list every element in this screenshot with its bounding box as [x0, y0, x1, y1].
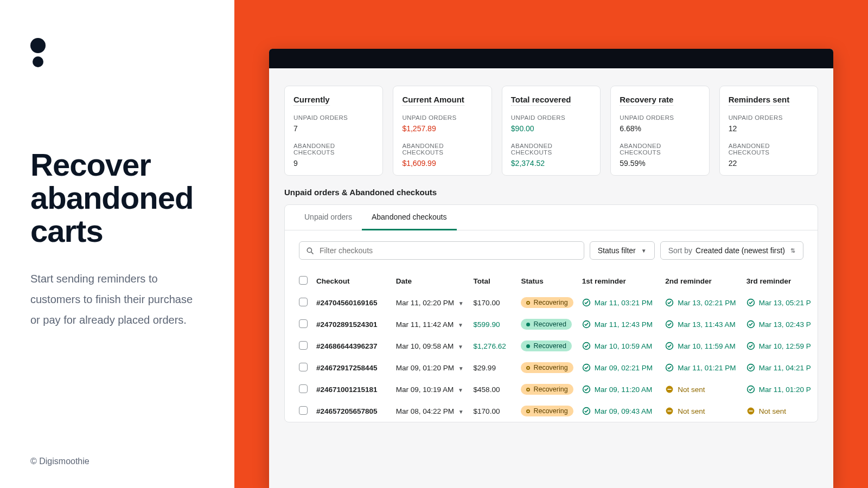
- col-checkout[interactable]: Checkout: [312, 271, 392, 292]
- stat-value-unpaid: 6.68%: [620, 124, 700, 133]
- row-checkbox[interactable]: [299, 319, 308, 328]
- cell-total: $1,276.62: [469, 335, 517, 357]
- check-circle-icon: [582, 342, 591, 350]
- status-badge-recovering: Recovering: [521, 297, 573, 308]
- status-badge-recovering: Recovering: [521, 384, 573, 395]
- cell-status: Recovering: [516, 357, 577, 378]
- reminder-sent: Mar 13, 05:21 P: [746, 298, 813, 307]
- stat-label-abandoned: ABANDONED CHECKOUTS: [293, 143, 374, 156]
- svg-rect-22: [749, 410, 752, 412]
- caret-down-icon: ▼: [458, 322, 463, 328]
- row-checkbox[interactable]: [299, 384, 308, 393]
- table-header-row: Checkout Date Total Status 1st reminder …: [285, 271, 818, 292]
- cell-status: Recovering: [516, 378, 577, 400]
- cell-date[interactable]: Mar 08, 04:22 PM ▼: [392, 400, 469, 422]
- cell-checkout-id[interactable]: #24671001215181: [312, 378, 392, 400]
- svg-rect-20: [668, 410, 672, 412]
- cell-date[interactable]: Mar 09, 10:19 AM ▼: [392, 378, 469, 400]
- cell-r2: Not sent: [661, 400, 742, 422]
- status-filter-label: Status filter: [598, 246, 636, 255]
- select-all-checkbox[interactable]: [299, 276, 308, 285]
- logo-dot-large: [30, 38, 46, 53]
- row-checkbox[interactable]: [299, 406, 308, 415]
- table-row[interactable]: #24702891524301Mar 11, 11:42 AM ▼$599.90…: [285, 313, 818, 335]
- cell-date[interactable]: Mar 11, 02:20 PM ▼: [392, 292, 469, 313]
- table-row[interactable]: #24704560169165Mar 11, 02:20 PM ▼$170.00…: [285, 292, 818, 313]
- promo-headline: Recover abandoned carts: [30, 149, 204, 248]
- caret-down-icon: ▼: [458, 365, 464, 371]
- cell-r3: Mar 11, 04:21 P: [742, 357, 818, 378]
- cell-date[interactable]: Mar 11, 11:42 AM ▼: [392, 313, 469, 335]
- check-circle-icon: [582, 385, 591, 394]
- check-circle-icon: [582, 363, 591, 372]
- cell-total: $458.00: [469, 378, 517, 400]
- status-filter-button[interactable]: Status filter ▼: [590, 241, 655, 260]
- sort-button[interactable]: Sort by Created date (newest first) ⇅: [660, 241, 803, 260]
- cell-status: Recovered: [516, 335, 577, 357]
- check-circle-icon: [746, 320, 755, 329]
- cell-status: Recovering: [516, 400, 577, 422]
- toolbar: Status filter ▼ Sort by Created date (ne…: [285, 230, 818, 271]
- cell-r2: Mar 13, 11:43 AM: [661, 313, 742, 335]
- stat-label-abandoned: ABANDONED CHECKOUTS: [620, 143, 700, 156]
- cell-checkout-id[interactable]: #24702891524301: [312, 313, 392, 335]
- tab-unpaid-orders[interactable]: Unpaid orders: [295, 205, 362, 230]
- reminder-not-sent: Not sent: [665, 407, 737, 415]
- cell-r3: Mar 13, 05:21 P: [742, 292, 818, 313]
- minus-circle-icon: [746, 407, 755, 415]
- cell-r2: Mar 11, 01:21 PM: [661, 357, 742, 378]
- stat-value-unpaid: $90.00: [511, 124, 591, 133]
- cell-r3: Mar 11, 01:20 P: [742, 378, 818, 400]
- stat-card-title: Reminders sent: [729, 95, 790, 106]
- stat-value-abandoned: $2,374.52: [511, 159, 591, 168]
- cell-date[interactable]: Mar 10, 09:58 AM ▼: [392, 335, 469, 357]
- reminder-sent: Mar 11, 04:21 P: [746, 363, 813, 372]
- status-badge-recovering: Recovering: [521, 362, 573, 373]
- cell-checkout-id[interactable]: #24657205657805: [312, 400, 392, 422]
- cell-r1: Mar 10, 10:59 AM: [578, 335, 661, 357]
- cell-checkout-id[interactable]: #24704560169165: [312, 292, 392, 313]
- cell-status: Recovering: [516, 292, 577, 313]
- table-row[interactable]: #24686644396237Mar 10, 09:58 AM ▼$1,276.…: [285, 335, 818, 357]
- row-checkbox[interactable]: [299, 298, 308, 306]
- cell-checkout-id[interactable]: #24686644396237: [312, 335, 392, 357]
- app-window: CurrentlyUNPAID ORDERS7ABANDONED CHECKOU…: [269, 49, 833, 488]
- stat-label-abandoned: ABANDONED CHECKOUTS: [729, 143, 809, 156]
- row-checkbox[interactable]: [299, 341, 308, 350]
- cell-date[interactable]: Mar 09, 01:20 PM ▼: [392, 357, 469, 378]
- table-row[interactable]: #24672917258445Mar 09, 01:20 PM ▼$29.99R…: [285, 357, 818, 378]
- caret-down-icon: ▼: [641, 248, 647, 254]
- search-icon: [306, 247, 314, 255]
- check-circle-icon: [665, 342, 674, 350]
- col-status[interactable]: Status: [516, 271, 577, 292]
- reminder-sent: Mar 09, 11:20 AM: [582, 385, 657, 394]
- table-row[interactable]: #24657205657805Mar 08, 04:22 PM ▼$170.00…: [285, 400, 818, 422]
- checkouts-table: Checkout Date Total Status 1st reminder …: [285, 271, 818, 422]
- reminder-sent: Mar 13, 11:43 AM: [665, 320, 737, 329]
- col-r2[interactable]: 2nd reminder: [661, 271, 742, 292]
- svg-rect-16: [668, 389, 672, 390]
- sort-value: Created date (newest first): [695, 246, 785, 255]
- search-input-wrapper[interactable]: [299, 241, 584, 260]
- cell-checkout-id[interactable]: #24672917258445: [312, 357, 392, 378]
- check-circle-icon: [582, 298, 591, 307]
- col-total[interactable]: Total: [469, 271, 517, 292]
- search-input[interactable]: [320, 246, 577, 255]
- stat-value-abandoned: $1,609.99: [402, 159, 482, 168]
- col-r1[interactable]: 1st reminder: [578, 271, 661, 292]
- status-badge-recovering: Recovering: [521, 406, 573, 416]
- stage: CurrentlyUNPAID ORDERS7ABANDONED CHECKOU…: [234, 0, 868, 488]
- row-checkbox[interactable]: [299, 363, 308, 371]
- cell-total: $599.90: [469, 313, 517, 335]
- reminder-sent: Mar 10, 12:59 P: [746, 342, 813, 350]
- col-r3[interactable]: 3rd reminder: [742, 271, 818, 292]
- table-row[interactable]: #24671001215181Mar 09, 10:19 AM ▼$458.00…: [285, 378, 818, 400]
- promo-copyright: © Digismoothie: [30, 457, 90, 466]
- reminder-sent: Mar 11, 01:21 PM: [665, 363, 737, 372]
- svg-line-1: [311, 252, 314, 254]
- tab-abandoned-checkouts[interactable]: Abandoned checkouts: [362, 205, 457, 230]
- check-circle-icon: [746, 363, 755, 372]
- check-circle-icon: [746, 342, 755, 350]
- col-date[interactable]: Date: [392, 271, 469, 292]
- status-badge-recovered: Recovered: [521, 319, 571, 330]
